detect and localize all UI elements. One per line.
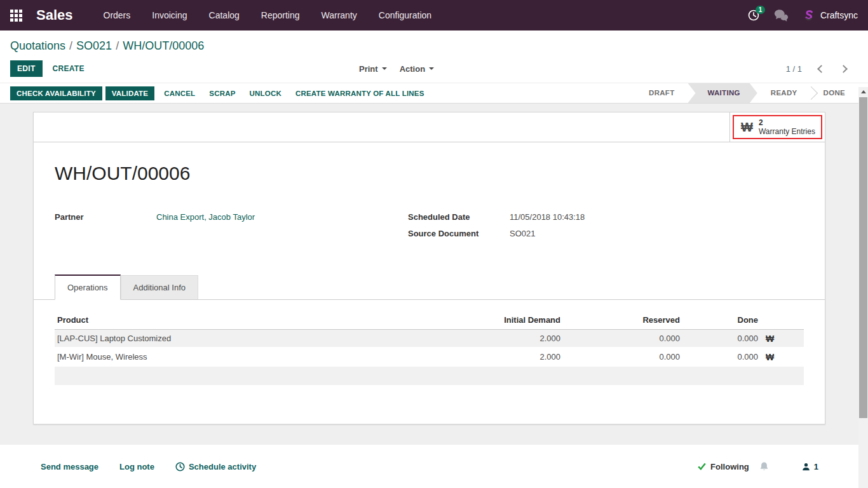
breadcrumb-current: WH/OUT/00006 (123, 39, 204, 52)
print-dropdown[interactable]: Print (359, 64, 387, 74)
followers-count: 1 (814, 462, 818, 471)
chevron-down-icon (429, 67, 434, 70)
content-area: ₩ 2 Warranty Entries WH/OUT/00006 Partne… (0, 104, 868, 445)
user-menu[interactable]: Craftsync (803, 9, 858, 22)
source-document-label: Source Document (408, 229, 510, 238)
pager-previous-icon[interactable] (817, 65, 825, 73)
nav-item-configuration[interactable]: Configuration (379, 10, 431, 20)
following-toggle[interactable]: Following (698, 462, 749, 471)
validate-button[interactable]: VALIDATE (105, 86, 154, 100)
row-warranty-icon[interactable]: ₩ (758, 352, 804, 362)
table-row[interactable]: [LAP-CUS] Laptop Customized 2.000 0.000 … (55, 330, 804, 348)
chatter-bar: Send message Log note Schedule activity … (0, 445, 868, 488)
breadcrumb-separator: / (65, 39, 76, 52)
pager: 1 / 1 (786, 64, 858, 74)
apps-grid-icon[interactable] (10, 10, 22, 22)
col-header-product[interactable]: Product (55, 315, 433, 325)
source-document-value: SO021 (510, 229, 535, 238)
scheduled-date-label: Scheduled Date (408, 212, 510, 222)
vertical-scrollbar[interactable] (858, 87, 868, 488)
pager-next-icon[interactable] (839, 65, 848, 73)
cell-initial-demand: 2.000 (433, 352, 560, 362)
notebook-tabs: Operations Additional Info (34, 274, 825, 300)
create-warranty-button[interactable]: CREATE WARRANTY OF ALL LINES (289, 86, 431, 100)
app-title: Sales (36, 7, 73, 24)
breadcrumb-quotations[interactable]: Quotations (10, 39, 65, 52)
cell-initial-demand: 2.000 (433, 334, 560, 343)
warranty-entries-button[interactable]: ₩ 2 Warranty Entries (733, 115, 822, 139)
record-title: WH/OUT/00006 (55, 163, 825, 184)
form-sheet: ₩ 2 Warranty Entries WH/OUT/00006 Partne… (33, 112, 825, 424)
partner-label: Partner (55, 212, 156, 222)
send-message-button[interactable]: Send message (41, 462, 98, 471)
tab-operations[interactable]: Operations (55, 274, 121, 300)
scrap-button[interactable]: SCRAP (203, 86, 241, 100)
cell-product: [LAP-CUS] Laptop Customized (55, 334, 433, 343)
action-dropdown[interactable]: Action (400, 64, 434, 74)
nav-item-invoicing[interactable]: Invoicing (152, 10, 187, 20)
field-group: Partner China Export, Jacob Taylor Sched… (55, 212, 804, 245)
company-logo-icon (803, 9, 815, 22)
breadcrumb-separator: / (112, 39, 123, 52)
control-panel: Quotations/SO021/WH/OUT/00006 EDIT CREAT… (0, 30, 868, 83)
cell-done: 0.000 (680, 334, 758, 343)
tab-additional-info[interactable]: Additional Info (121, 275, 198, 299)
messages-icon[interactable] (774, 9, 789, 22)
log-note-button[interactable]: Log note (119, 462, 154, 471)
check-availability-button[interactable]: CHECK AVAILABILITY (10, 86, 102, 100)
scheduled-date-value: 11/05/2018 10:43:18 (510, 212, 585, 222)
warranty-entries-label: Warranty Entries (759, 127, 815, 136)
scrollbar-thumb[interactable] (859, 97, 867, 418)
warranty-entries-count: 2 (759, 118, 815, 127)
cell-product: [M-Wir] Mouse, Wireless (55, 352, 433, 362)
followers-counter[interactable]: 1 (802, 462, 818, 471)
table-row[interactable]: [M-Wir] Mouse, Wireless 2.000 0.000 0.00… (55, 348, 804, 367)
bell-icon[interactable] (759, 461, 769, 471)
col-header-initial-demand[interactable]: Initial Demand (433, 315, 560, 325)
person-icon (802, 463, 810, 471)
schedule-clock-icon (175, 462, 185, 471)
status-step-draft[interactable]: DRAFT (635, 83, 688, 103)
col-header-done[interactable]: Done (680, 315, 758, 325)
breadcrumb-so021[interactable]: SO021 (76, 39, 112, 52)
form-statusbar: CHECK AVAILABILITY VALIDATE CANCEL SCRAP… (0, 83, 868, 104)
check-icon (698, 463, 706, 470)
pager-value: 1 / 1 (786, 64, 802, 74)
activity-badge: 1 (756, 6, 765, 14)
partner-value-link[interactable]: China Export, Jacob Taylor (156, 212, 255, 222)
status-step-ready[interactable]: READY (757, 83, 811, 103)
status-pipeline: DRAFT WAITING READY DONE (635, 83, 858, 103)
nav-item-catalog[interactable]: Catalog (209, 10, 240, 20)
table-header-row: Product Initial Demand Reserved Done (55, 311, 804, 330)
top-navbar: Sales Orders Invoicing Catalog Reporting… (0, 0, 868, 30)
table-empty-row[interactable] (55, 367, 804, 385)
nav-item-orders[interactable]: Orders (104, 10, 131, 20)
stat-button-area: ₩ 2 Warranty Entries (729, 112, 825, 142)
chevron-down-icon (382, 67, 387, 70)
schedule-activity-button[interactable]: Schedule activity (175, 462, 256, 471)
unlock-button[interactable]: UNLOCK (243, 86, 288, 100)
activity-clock-icon[interactable]: 1 (747, 9, 760, 22)
cancel-button[interactable]: CANCEL (158, 86, 201, 100)
create-button[interactable]: CREATE (53, 64, 85, 73)
edit-button[interactable]: EDIT (10, 60, 43, 77)
scrollbar-up-arrow-icon[interactable] (858, 87, 868, 97)
breadcrumb: Quotations/SO021/WH/OUT/00006 (10, 39, 858, 53)
stat-button-strip: ₩ 2 Warranty Entries (34, 112, 825, 142)
cell-reserved: 0.000 (560, 334, 680, 343)
nav-item-reporting[interactable]: Reporting (261, 10, 300, 20)
operations-table: Product Initial Demand Reserved Done [LA… (55, 311, 804, 385)
cell-done: 0.000 (680, 352, 758, 362)
user-name: Craftsync (820, 10, 858, 20)
cell-reserved: 0.000 (560, 352, 680, 362)
row-warranty-icon[interactable]: ₩ (758, 334, 804, 344)
nav-item-warranty[interactable]: Warranty (322, 10, 357, 20)
nav-menu: Orders Invoicing Catalog Reporting Warra… (104, 10, 432, 20)
status-step-waiting[interactable]: WAITING (688, 83, 757, 103)
won-sign-icon: ₩ (741, 120, 753, 135)
col-header-reserved[interactable]: Reserved (560, 315, 680, 325)
